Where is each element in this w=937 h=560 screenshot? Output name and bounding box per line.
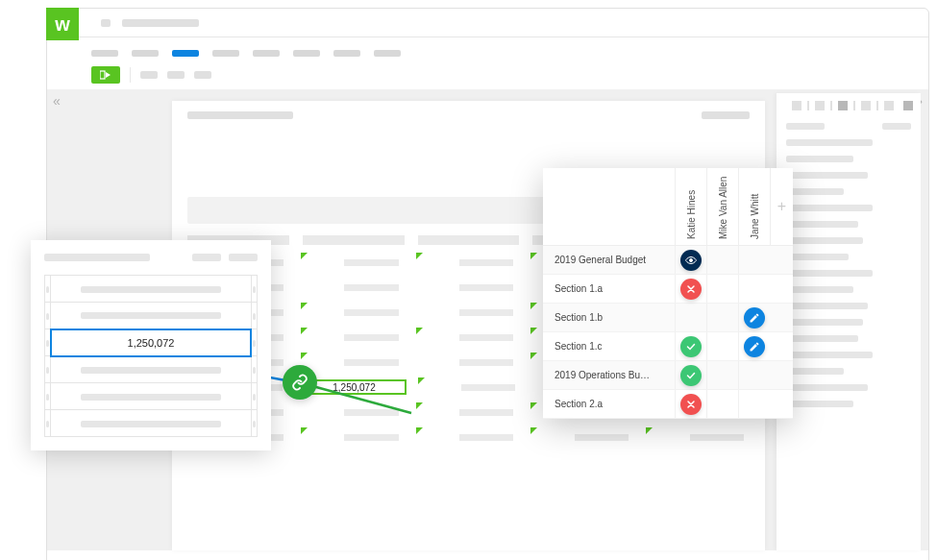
permission-row-label: Section 1.b (543, 304, 675, 331)
titlebar (47, 9, 928, 37)
linked-destination-cell[interactable]: 1,250,072 (302, 379, 407, 395)
permission-cell[interactable] (738, 246, 770, 274)
permission-row-label: 2019 Operations Bu… (543, 361, 675, 389)
permission-row-label: 2019 General Budget (543, 246, 675, 274)
tab-item[interactable] (293, 50, 320, 57)
run-button[interactable] (91, 66, 120, 84)
permission-cell[interactable] (675, 390, 706, 418)
sidebar-view-icon[interactable] (903, 101, 913, 110)
permission-cell[interactable] (738, 390, 770, 418)
permission-row[interactable]: 2019 General Budget (543, 246, 793, 275)
toolbar (47, 61, 928, 89)
permission-row[interactable]: Section 1.a (543, 275, 793, 304)
right-sidebar (777, 93, 921, 550)
permission-user-header[interactable]: Katie Hines (675, 168, 706, 246)
svg-point-1 (690, 258, 693, 261)
link-icon[interactable] (283, 365, 317, 400)
sidebar-view-icon[interactable] (815, 101, 825, 110)
sidebar-view-icon[interactable] (884, 101, 894, 110)
toolbar-item[interactable] (194, 71, 211, 79)
svg-rect-0 (100, 71, 105, 79)
permissions-panel: Katie Hines Mike Van Allen Jane Whitt + … (543, 168, 793, 419)
tab-item[interactable] (132, 50, 159, 57)
permission-cell[interactable] (738, 361, 770, 389)
toolbar-item[interactable] (167, 71, 185, 79)
permission-cell[interactable] (738, 304, 770, 331)
permission-row-label: Section 2.a (543, 390, 675, 418)
toolbar-item[interactable] (140, 71, 158, 79)
permission-row[interactable]: 2019 Operations Bu… (543, 361, 793, 390)
no-permission-icon[interactable] (680, 279, 702, 300)
permission-cell[interactable] (675, 332, 706, 360)
add-user-button[interactable]: + (770, 168, 793, 246)
tab-item[interactable] (212, 50, 239, 57)
collapse-left-icon[interactable]: « (53, 93, 61, 109)
permission-row[interactable]: Section 1.b (543, 304, 793, 332)
permission-cell[interactable] (706, 332, 738, 360)
permission-row-label: Section 1.c (543, 332, 675, 360)
sidebar-view-icon[interactable] (792, 101, 801, 110)
source-selected-cell[interactable]: 1,250,072 (51, 329, 252, 356)
yes-permission-icon[interactable] (680, 365, 702, 386)
tab-item[interactable] (91, 50, 118, 57)
permission-cell[interactable] (675, 361, 706, 389)
permission-user-header[interactable]: Jane Whitt (738, 168, 770, 246)
sidebar-view-icon[interactable] (838, 101, 848, 110)
permission-cell[interactable] (738, 332, 770, 360)
permission-cell[interactable] (675, 304, 706, 331)
tab-item[interactable] (333, 50, 360, 57)
tab-item[interactable] (374, 50, 401, 57)
tab-item-active[interactable] (172, 50, 199, 57)
yes-permission-icon[interactable] (680, 336, 702, 357)
permission-cell[interactable] (706, 246, 738, 274)
source-table: 1,250,072 (44, 275, 258, 437)
edit-permission-icon[interactable] (744, 336, 765, 357)
eye-permission-icon[interactable] (680, 250, 702, 271)
sidebar-view-icon[interactable] (861, 101, 871, 110)
permission-user-header[interactable]: Mike Van Allen (706, 168, 738, 246)
permission-cell[interactable] (675, 246, 706, 274)
permission-row[interactable]: Section 1.c (543, 332, 793, 361)
no-permission-icon[interactable] (680, 394, 702, 415)
app-logo[interactable]: w (46, 8, 79, 40)
document-tabs (47, 37, 928, 61)
permission-cell[interactable] (706, 390, 738, 418)
permission-cell[interactable] (738, 275, 770, 303)
source-spreadsheet-card: 1,250,072 (31, 240, 271, 450)
edit-permission-icon[interactable] (744, 307, 765, 329)
tab-item[interactable] (253, 50, 280, 57)
permission-cell[interactable] (675, 275, 706, 303)
permission-cell[interactable] (706, 304, 738, 331)
permission-row[interactable]: Section 2.a (543, 390, 793, 419)
permission-cell[interactable] (706, 361, 738, 389)
permission-row-label: Section 1.a (543, 275, 675, 303)
permission-cell[interactable] (706, 275, 738, 303)
